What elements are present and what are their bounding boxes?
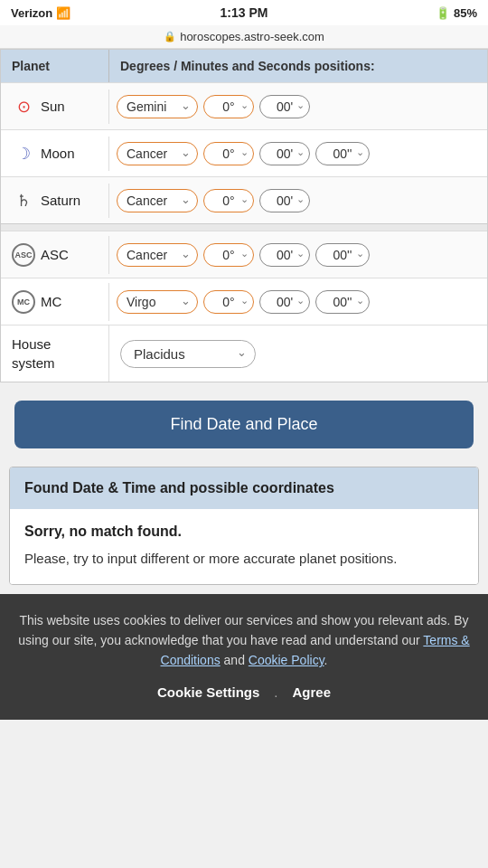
sun-sign-wrapper: Gemini AriesTaurusCancer LeoVirgoLibra S… (117, 95, 198, 118)
asc-sec-select[interactable]: 00'' (315, 243, 370, 267)
find-date-place-button[interactable]: Find Date and Place (14, 401, 474, 448)
results-header: Found Date & Time and possible coordinat… (10, 467, 478, 509)
mc-deg-wrapper: 0° (203, 290, 254, 314)
moon-controls: Cancer AriesTaurusGemini LeoVirgoLibra S… (109, 137, 487, 171)
table-separator (1, 223, 487, 231)
cookie-actions: Cookie Settings . Agree (18, 682, 470, 703)
results-section: Found Date & Time and possible coordinat… (9, 467, 479, 585)
wifi-icon: 📶 (56, 6, 70, 20)
sun-deg-wrapper: 0° (203, 95, 254, 118)
moon-deg-select[interactable]: 0° (203, 142, 254, 165)
dms-col-header: Degrees / Minutes and Seconds positions: (109, 50, 487, 82)
status-bar: Verizon 📶 1:13 PM 🔋 85% (0, 0, 488, 25)
time-display: 1:13 PM (221, 5, 268, 20)
cookie-dot-separator: . (274, 682, 277, 703)
asc-deg-select[interactable]: 0° (203, 243, 254, 267)
moon-sign-wrapper: Cancer AriesTaurusGemini LeoVirgoLibra S… (117, 142, 198, 165)
moon-planet-cell: ☽ Moon (1, 137, 109, 171)
sun-deg-select[interactable]: 0° (203, 95, 254, 118)
asc-sign-wrapper: Cancer AriesTaurusGemini LeoVirgoLibra S… (117, 243, 198, 267)
saturn-sign-select[interactable]: Cancer AriesTaurusGemini LeoVirgoLibra S… (117, 189, 198, 212)
table-row: ASC ASC Cancer AriesTaurusGemini LeoVirg… (1, 231, 487, 278)
carrier-text: Verizon (11, 6, 52, 20)
battery-icon: 🔋 (436, 6, 450, 20)
table-row: ⊙ Sun Gemini AriesTaurusCancer LeoVirgoL… (1, 82, 487, 129)
cookie-banner: This website uses cookies to deliver our… (0, 594, 488, 720)
saturn-deg-wrapper: 0° (203, 189, 254, 212)
asc-controls: Cancer AriesTaurusGemini LeoVirgoLibra S… (109, 238, 487, 272)
house-system-row: House system Placidus Koch Equal Whole S… (1, 325, 487, 382)
asc-min-wrapper: 00' (259, 243, 310, 267)
asc-min-select[interactable]: 00' (259, 243, 310, 267)
moon-label: Moon (41, 146, 75, 161)
lock-icon: 🔒 (164, 31, 176, 42)
asc-sign-select[interactable]: Cancer AriesTaurusGemini LeoVirgoLibra S… (117, 243, 198, 267)
moon-sec-wrapper: 00'' (315, 142, 370, 165)
sun-min-wrapper: 00' (259, 95, 310, 118)
results-body: Sorry, no match found. Please, try to in… (10, 509, 478, 584)
mc-min-wrapper: 00' (259, 290, 310, 314)
moon-sec-select[interactable]: 00'' (315, 142, 370, 165)
no-match-text: Please, try to input different or more a… (24, 549, 464, 570)
sun-icon: ⊙ (12, 97, 35, 117)
saturn-min-select[interactable]: 00' (259, 189, 310, 212)
cookie-policy-link[interactable]: Cookie Policy (249, 653, 324, 667)
saturn-icon: ♄ (12, 191, 35, 211)
asc-label: ASC (41, 247, 69, 262)
table-row: MC MC Virgo AriesTaurusGemini CancerLeoL… (1, 278, 487, 325)
url-text: horoscopes.astro-seek.com (180, 30, 324, 43)
sun-label: Sun (41, 99, 65, 114)
moon-min-select[interactable]: 00' (259, 142, 310, 165)
cookie-agree-button[interactable]: Agree (293, 682, 332, 703)
saturn-sign-wrapper: Cancer AriesTaurusGemini LeoVirgoLibra S… (117, 189, 198, 212)
asc-sec-wrapper: 00'' (315, 243, 370, 267)
cookie-period: . (324, 653, 328, 667)
battery-percent: 85% (454, 6, 477, 20)
saturn-planet-cell: ♄ Saturn (1, 184, 109, 218)
saturn-label: Saturn (41, 193, 80, 208)
asc-deg-wrapper: 0° (203, 243, 254, 267)
saturn-deg-select[interactable]: 0° (203, 189, 254, 212)
house-system-select[interactable]: Placidus Koch Equal Whole Sign Campanus … (120, 340, 256, 368)
sun-planet-cell: ⊙ Sun (1, 90, 109, 124)
house-system-control: Placidus Koch Equal Whole Sign Campanus … (109, 333, 487, 375)
moon-icon: ☽ (12, 144, 35, 164)
mc-min-select[interactable]: 00' (259, 290, 310, 314)
mc-sign-wrapper: Virgo AriesTaurusGemini CancerLeoLibra S… (117, 290, 198, 314)
mc-sign-select[interactable]: Virgo AriesTaurusGemini CancerLeoLibra S… (117, 290, 198, 314)
moon-min-wrapper: 00' (259, 142, 310, 165)
cookie-and: and (221, 653, 249, 667)
status-right: 🔋 85% (436, 6, 477, 20)
sun-min-select[interactable]: 00' (259, 95, 310, 118)
house-select-wrapper: Placidus Koch Equal Whole Sign Campanus … (120, 340, 256, 368)
mc-controls: Virgo AriesTaurusGemini CancerLeoLibra S… (109, 285, 487, 319)
find-button-container: Find Date and Place (0, 382, 488, 467)
no-match-title: Sorry, no match found. (24, 524, 464, 540)
sun-sign-select[interactable]: Gemini AriesTaurusCancer LeoVirgoLibra S… (117, 95, 198, 118)
saturn-min-wrapper: 00' (259, 189, 310, 212)
mc-badge: MC (12, 290, 35, 314)
asc-planet-cell: ASC ASC (1, 236, 109, 274)
table-header: Planet Degrees / Minutes and Seconds pos… (1, 50, 487, 82)
mc-label: MC (41, 294, 61, 309)
saturn-controls: Cancer AriesTaurusGemini LeoVirgoLibra S… (109, 184, 487, 218)
cookie-text: This website uses cookies to deliver our… (18, 610, 470, 671)
mc-deg-select[interactable]: 0° (203, 290, 254, 314)
sun-controls: Gemini AriesTaurusCancer LeoVirgoLibra S… (109, 90, 487, 124)
planet-table: Planet Degrees / Minutes and Seconds pos… (0, 49, 488, 382)
table-row: ☽ Moon Cancer AriesTaurusGemini LeoVirgo… (1, 129, 487, 176)
moon-sign-select[interactable]: Cancer AriesTaurusGemini LeoVirgoLibra S… (117, 142, 198, 165)
mc-sec-select[interactable]: 00'' (315, 290, 370, 314)
address-bar[interactable]: 🔒 horoscopes.astro-seek.com (0, 25, 488, 49)
table-row: ♄ Saturn Cancer AriesTaurusGemini LeoVir… (1, 176, 487, 223)
mc-sec-wrapper: 00'' (315, 290, 370, 314)
moon-deg-wrapper: 0° (203, 142, 254, 165)
cookie-message-text: This website uses cookies to deliver our… (18, 613, 468, 647)
house-system-label: House system (1, 326, 109, 382)
mc-planet-cell: MC MC (1, 283, 109, 321)
cookie-settings-button[interactable]: Cookie Settings (157, 682, 259, 703)
planet-col-header: Planet (1, 50, 109, 82)
asc-badge: ASC (12, 243, 35, 267)
status-left: Verizon 📶 (11, 6, 70, 20)
